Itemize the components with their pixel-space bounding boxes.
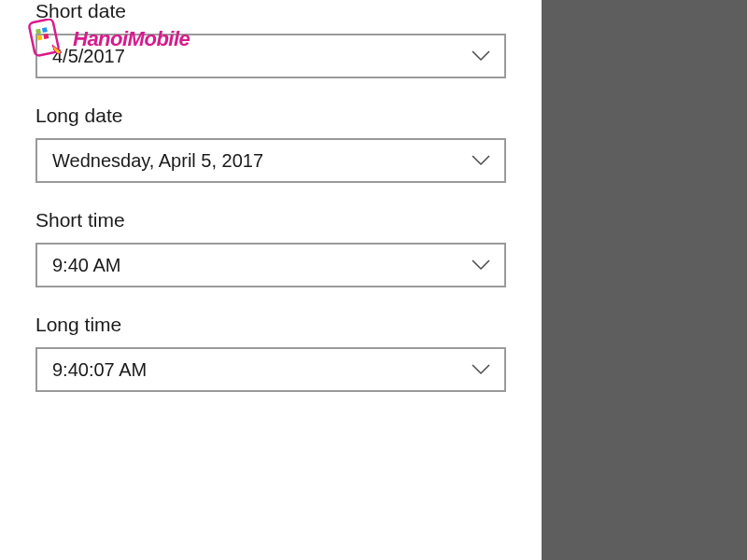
short-date-label: Short date (35, 0, 506, 22)
short-date-dropdown[interactable]: 4/5/2017 (35, 34, 506, 78)
chevron-down-icon (471, 46, 491, 66)
short-time-label: Short time (35, 209, 506, 231)
chevron-down-icon (471, 150, 491, 171)
settings-panel: HanoiMobile Short date 4/5/2017 Long dat… (0, 0, 542, 560)
chevron-down-icon (471, 359, 491, 380)
long-date-dropdown[interactable]: Wednesday, April 5, 2017 (35, 138, 506, 183)
long-time-dropdown[interactable]: 9:40:07 AM (35, 347, 506, 392)
long-date-group: Long date Wednesday, April 5, 2017 (35, 105, 506, 183)
long-date-value: Wednesday, April 5, 2017 (52, 150, 263, 172)
short-time-value: 9:40 AM (52, 255, 120, 276)
short-date-group: Short date 4/5/2017 (35, 0, 506, 78)
chevron-down-icon (471, 255, 491, 275)
short-time-group: Short time 9:40 AM (35, 209, 506, 287)
long-time-value: 9:40:07 AM (52, 359, 147, 381)
short-date-value: 4/5/2017 (52, 46, 125, 67)
short-time-dropdown[interactable]: 9:40 AM (35, 243, 506, 287)
long-time-label: Long time (35, 314, 506, 336)
long-time-group: Long time 9:40:07 AM (35, 314, 506, 392)
long-date-label: Long date (35, 105, 506, 127)
